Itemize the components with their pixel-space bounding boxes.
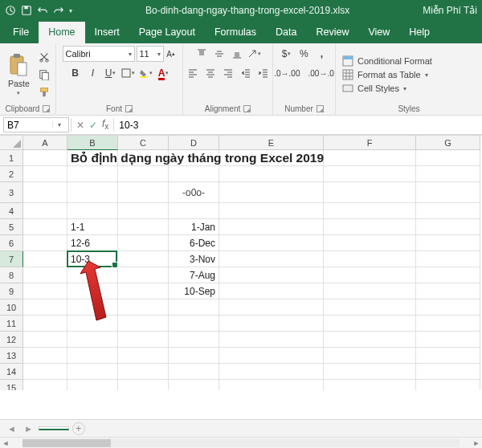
decrease-decimal-icon[interactable]: .00→.0 [305, 65, 337, 81]
row-header[interactable]: 7 [0, 251, 23, 267]
tab-insert[interactable]: Insert [85, 22, 129, 43]
account-label[interactable]: Miễn Phí Tải [423, 5, 477, 16]
horizontal-scrollbar[interactable]: ◄ ► [0, 437, 482, 448]
sheet-nav-prev-icon[interactable]: ◄ [5, 424, 18, 434]
col-header-a[interactable]: A [23, 136, 67, 150]
row-header[interactable]: 4 [0, 203, 23, 219]
worksheet-grid[interactable]: A B C D E F G 1 Bỏ định dạng ngày tháng … [0, 135, 482, 390]
save-icon[interactable] [21, 5, 32, 16]
align-center-icon[interactable] [202, 65, 219, 81]
format-painter-button[interactable] [36, 84, 52, 100]
svg-rect-9 [42, 72, 48, 80]
undo-icon[interactable] [37, 5, 48, 16]
row-header[interactable]: 13 [0, 348, 23, 364]
increase-decimal-icon[interactable]: .0→.00 [271, 65, 303, 81]
tab-file[interactable]: File [3, 22, 39, 43]
increase-font-icon[interactable]: A▴ [165, 46, 177, 62]
col-header-c[interactable]: C [118, 136, 169, 150]
row-header[interactable]: 6 [0, 235, 23, 251]
tab-page-layout[interactable]: Page Layout [129, 22, 205, 43]
col-header-b[interactable]: B [67, 136, 118, 150]
font-size-select[interactable]: 11▾ [137, 46, 164, 62]
align-top-icon[interactable] [194, 46, 210, 62]
cell-b5[interactable]: 1-1 [67, 219, 118, 235]
svg-rect-4 [14, 54, 20, 58]
tab-formulas[interactable]: Formulas [205, 22, 266, 43]
sheet-tab-active[interactable] [39, 426, 69, 430]
col-header-d[interactable]: D [169, 136, 219, 150]
comma-format-icon[interactable]: , [313, 46, 329, 62]
tab-data[interactable]: Data [266, 22, 306, 43]
cell-b7[interactable]: 10-3 [67, 251, 118, 267]
alignment-dialog-launcher[interactable] [243, 105, 251, 112]
new-sheet-button[interactable]: + [72, 422, 85, 435]
cancel-formula-icon[interactable]: ✕ [76, 120, 84, 131]
row-header[interactable]: 12 [0, 332, 23, 348]
row-header[interactable]: 8 [0, 267, 23, 283]
col-header-g[interactable]: G [416, 136, 480, 150]
col-header-e[interactable]: E [219, 136, 324, 150]
autosave-icon[interactable] [5, 5, 16, 16]
row-header[interactable]: 9 [0, 283, 23, 299]
accounting-format-icon[interactable]: $▾ [279, 46, 295, 62]
scroll-thumb[interactable] [22, 439, 111, 447]
increase-indent-icon[interactable] [255, 65, 272, 81]
align-left-icon[interactable] [185, 65, 201, 81]
formula-input[interactable] [114, 116, 482, 134]
bold-button[interactable]: B [67, 65, 84, 81]
row-header[interactable]: 10 [0, 299, 23, 316]
font-dialog-launcher[interactable] [125, 105, 133, 112]
clipboard-dialog-launcher[interactable] [43, 105, 50, 112]
italic-button[interactable]: I [85, 65, 101, 81]
redo-icon[interactable] [53, 5, 64, 16]
tab-view[interactable]: View [358, 22, 399, 43]
row-header[interactable]: 5 [0, 219, 23, 235]
cell-b6[interactable]: 12-6 [67, 235, 118, 251]
cell-d9[interactable]: 10-Sep [169, 283, 219, 299]
enter-formula-icon[interactable]: ✓ [89, 120, 97, 131]
cell-d6[interactable]: 6-Dec [169, 235, 219, 251]
cell-d7[interactable]: 3-Nov [169, 251, 219, 267]
col-header-f[interactable]: F [324, 136, 416, 150]
select-all-corner[interactable] [0, 136, 23, 150]
fill-color-button[interactable]: ▾ [138, 65, 154, 81]
number-dialog-launcher[interactable] [317, 105, 324, 112]
row-header[interactable]: 3 [0, 182, 23, 203]
name-box-dropdown-icon[interactable]: ▾ [52, 121, 65, 128]
orientation-icon[interactable]: ▾ [247, 46, 263, 62]
row-header[interactable]: 14 [0, 364, 23, 380]
sheet-nav-next-icon[interactable]: ► [22, 424, 35, 434]
insert-function-icon[interactable]: fx [102, 118, 108, 131]
row-header[interactable]: 2 [0, 166, 23, 182]
decrease-indent-icon[interactable] [238, 65, 254, 81]
underline-button[interactable]: U▾ [103, 65, 119, 81]
align-right-icon[interactable] [220, 65, 236, 81]
name-box[interactable]: ▾ [3, 117, 69, 132]
tab-review[interactable]: Review [306, 22, 358, 43]
font-family-select[interactable]: Calibri▾ [63, 46, 135, 62]
paste-button[interactable]: Paste ▾ [5, 51, 33, 98]
percent-format-icon[interactable]: % [296, 46, 312, 62]
scroll-right-icon[interactable]: ► [471, 439, 482, 447]
svg-rect-11 [43, 92, 46, 96]
align-middle-icon[interactable] [211, 46, 227, 62]
cut-button[interactable] [36, 49, 52, 65]
tab-home[interactable]: Home [39, 22, 84, 43]
border-button[interactable]: ▾ [120, 65, 137, 81]
conditional-formatting-button[interactable]: Conditional Format [341, 55, 434, 67]
row-header[interactable]: 1 [0, 150, 23, 166]
name-box-input[interactable] [4, 120, 52, 131]
cell-d5[interactable]: 1-Jan [169, 219, 219, 235]
scroll-left-icon[interactable]: ◄ [0, 439, 11, 447]
tab-help[interactable]: Help [399, 22, 439, 43]
row-header[interactable]: 15 [0, 380, 23, 390]
font-color-button[interactable]: A▾ [156, 65, 172, 81]
format-as-table-button[interactable]: Format as Table▾ [341, 68, 434, 81]
group-clipboard: Paste ▾ Clipboard [0, 43, 56, 115]
cell-d8[interactable]: 7-Aug [169, 267, 219, 283]
row-header[interactable]: 11 [0, 316, 23, 332]
copy-button[interactable] [36, 67, 52, 83]
cell-styles-button[interactable]: Cell Styles▾ [341, 82, 434, 95]
svg-rect-12 [122, 69, 130, 77]
align-bottom-icon[interactable] [229, 46, 245, 62]
